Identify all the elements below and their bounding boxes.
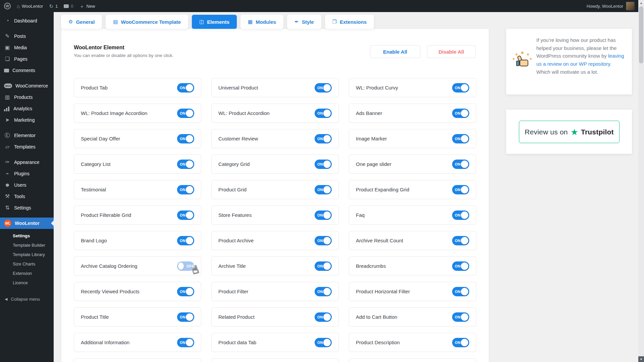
toggle-category-grid[interactable]: ON [315,160,332,169]
toggle-state-label: ON [455,213,461,217]
updates-indicator[interactable]: ↻ 1 [49,4,58,9]
sidebar-item-users[interactable]: ☻Users [0,179,54,191]
wordpress-logo-icon[interactable]: W [4,3,11,9]
toggle-knob [323,262,331,270]
element-card-testimonial: TestimonialON [74,180,201,199]
tab-modules[interactable]: ▦Modules [240,15,283,29]
sidebar-item-elementor[interactable]: ⒺElementor [0,130,54,141]
toggle-special-day-offer[interactable]: ON [177,134,194,143]
toggle-product-data-tab[interactable]: ON [315,338,332,347]
toggle-breadcrumbs[interactable]: ON [452,261,469,271]
toggle-state-label: ON [180,188,185,192]
element-card-category-list: Category ListON [74,155,201,174]
elements-panel: WooLentor Element You can enable or disa… [61,29,489,362]
page-scrollbar[interactable]: ▲ ▼ [638,0,644,362]
toggle-related-product[interactable]: ON [315,312,332,322]
sidebar-item-comments[interactable]: Comments [0,65,54,76]
sidebar-item-settings[interactable]: ⇅Settings [0,202,54,214]
dashboard-icon: ◔ [4,18,11,23]
submenu-item-template-library[interactable]: Template Library [0,250,54,259]
disable-all-button[interactable]: Disable All [427,45,476,58]
toggle-product-filter[interactable]: ON [315,287,332,296]
submenu-item-settings[interactable]: Settings [0,231,54,240]
scroll-down-arrow[interactable]: ▼ [638,356,644,362]
sidebar-item-tools[interactable]: ⚒Tools [0,191,54,202]
toggle-archive-title[interactable]: ON [315,261,332,271]
tab-general[interactable]: ⚙General [61,15,102,29]
sidebar-item-woocommerce[interactable]: WOOWooCommerce [0,80,54,92]
element-card-product-description: Product DescriptionON [349,333,476,352]
sidebar-item-products[interactable]: ▥Products [0,92,54,103]
toggle-testimonial[interactable]: ON [177,185,194,194]
sidebar-item-posts[interactable]: ✎Posts [0,31,54,42]
toggle-product-archive[interactable]: ON [315,236,332,245]
sidebar-item-woolentor[interactable]: WLWooLentor [0,218,54,229]
element-label: Archive Catalog Ordering [81,263,137,269]
submenu-item-licence[interactable]: Licence [0,278,54,287]
toggle-wl-product-curvy[interactable]: ON [452,83,469,93]
tab-extensions[interactable]: ❒Extensions [325,15,374,29]
toggle-image-marker[interactable]: ON [452,134,469,143]
toggle-brand-logo[interactable]: ON [177,236,194,245]
toggle-state-label: ON [317,188,323,192]
toggle-faq[interactable]: ON [452,210,469,220]
sidebar-item-dashboard[interactable]: ◔Dashboard [0,15,54,26]
toggle-customer-review[interactable]: ON [315,134,332,143]
toggle-ads-banner[interactable]: ON [452,109,469,118]
tab-style[interactable]: ✒Style [287,15,321,29]
toggle-product-horizontal-filter[interactable]: ON [452,287,469,296]
element-card-brand-logo: Brand LogoON [74,231,201,250]
scrollbar-thumb[interactable] [639,6,643,63]
toggle-state-label: ON [180,341,185,345]
toggle-product-expanding-grid[interactable]: ON [452,185,469,194]
site-name-menu[interactable]: ⌂ WooLentor [17,4,43,9]
trustpilot-review-button[interactable]: Review us on ★ Trustpilot [519,121,620,143]
toggle-state-label: ON [317,162,323,166]
toggle-archive-result-count[interactable]: ON [452,236,469,245]
comments-indicator[interactable]: 0 [64,4,73,9]
toggle-recently-viewed-products[interactable]: ON [177,287,194,296]
enable-all-button[interactable]: Enable All [370,45,420,58]
toggle-knob [461,288,468,295]
toggle-product-description[interactable]: ON [452,338,469,347]
toggle-universal-product[interactable]: ON [315,83,332,93]
thumbs-up-stars-icon: ★ ★ ★ ★ ★ [512,50,533,70]
tab-elements[interactable]: ◫Elements [192,15,237,29]
toggle-additional-information[interactable]: ON [177,338,194,347]
toggle-product-tab[interactable]: ON [177,83,194,93]
toggle-knob [323,212,331,219]
toggle-store-features[interactable]: ON [315,210,332,220]
sidebar-item-templates[interactable]: ▱Templates [0,141,54,153]
review-text-before: If you’re loving how our product has hel… [536,37,616,59]
sidebar-item-appearance[interactable]: ✑Appearance [0,157,54,168]
comments-count: 0 [71,4,73,9]
submenu-item-template-builder[interactable]: Template Builder [0,240,54,250]
toggle-archive-catalog-ordering[interactable]: OFF [177,261,194,271]
tab-label: Elements [207,19,229,25]
toggle-product-filterable-grid[interactable]: ON [177,210,194,220]
sidebar-item-pages[interactable]: ❏Pages [0,53,54,65]
toggle-wl-product-accordion[interactable]: ON [315,109,332,118]
toggle-add-to-cart-button[interactable]: ON [452,312,469,322]
user-avatar[interactable] [626,2,635,10]
submenu-item-size-charts[interactable]: Size Charts [0,259,54,268]
submenu-item-extension[interactable]: Extension [0,268,54,278]
posts-icon: ✎ [4,34,11,39]
new-content-menu[interactable]: ＋ New [79,4,95,9]
home-icon: ⌂ [17,4,20,9]
sidebar-item-plugins[interactable]: ⌁Plugins [0,168,54,179]
sidebar-item-analytics[interactable]: Analytics [0,103,54,114]
collapse-menu-button[interactable]: ◀ Collapse menu [0,293,54,305]
toggle-one-page-slider[interactable]: ON [452,160,469,169]
howdy-account-menu[interactable]: Howdy, WooLentor [587,4,623,9]
toggle-product-grid[interactable]: ON [315,185,332,194]
scroll-up-arrow[interactable]: ▲ [638,0,644,6]
sidebar-item-marketing[interactable]: ➤Marketing [0,114,54,126]
toggle-product-title[interactable]: ON [177,312,194,322]
tab-woocommerce-template[interactable]: ▤WooCommerce Template [106,15,188,29]
toggle-wl-product-image-accordion[interactable]: ON [177,109,194,118]
menu-separator [0,153,54,157]
toggle-knob [186,84,193,92]
sidebar-item-media[interactable]: ▣Media [0,42,54,53]
toggle-category-list[interactable]: ON [177,160,194,169]
